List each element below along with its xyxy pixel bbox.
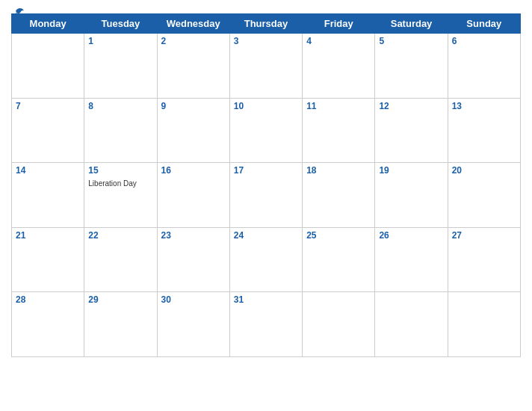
calendar-cell: 30 [157, 292, 229, 357]
weekday-header-wednesday: Wednesday [157, 14, 229, 34]
calendar-thead: MondayTuesdayWednesdayThursdayFridaySatu… [12, 14, 521, 34]
day-number: 16 [161, 165, 226, 176]
day-number: 12 [379, 101, 443, 111]
weekday-header-saturday: Saturday [375, 14, 448, 34]
day-number: 14 [16, 165, 80, 176]
day-number: 1 [88, 36, 152, 46]
calendar-cell: 29 [84, 292, 157, 357]
calendar-cell: 26 [375, 227, 448, 292]
day-number: 3 [234, 36, 298, 46]
calendar-cell: 4 [303, 34, 375, 99]
calendar-week-row: 1415Liberation Day1617181920 [12, 163, 521, 228]
calendar-cell: 13 [448, 98, 520, 163]
calendar-cell: 31 [229, 292, 302, 357]
calendar-cell: 27 [448, 227, 520, 292]
day-number: 19 [379, 165, 443, 176]
calendar-cell: 9 [157, 98, 229, 163]
day-number: 28 [16, 294, 80, 305]
calendar-cell [448, 292, 520, 357]
calendar-cell: 2 [157, 34, 229, 99]
day-number: 21 [16, 230, 80, 241]
day-number: 9 [161, 101, 226, 111]
day-number: 13 [452, 101, 516, 111]
calendar-cell: 28 [12, 292, 84, 357]
calendar-cell: 23 [157, 227, 229, 292]
day-number: 20 [452, 165, 516, 176]
day-number: 15 [88, 165, 152, 176]
calendar-week-row: 123456 [12, 34, 521, 99]
weekday-header-friday: Friday [303, 14, 375, 34]
calendar-cell: 20 [448, 163, 520, 228]
calendar-cell: 6 [448, 34, 520, 99]
calendar-body: 123456789101112131415Liberation Day16171… [12, 34, 521, 357]
weekday-header-row: MondayTuesdayWednesdayThursdayFridaySatu… [12, 14, 521, 34]
day-number: 5 [379, 36, 443, 46]
logo-blue-text [11, 7, 26, 18]
day-number: 30 [161, 294, 226, 305]
day-number: 26 [379, 230, 443, 241]
calendar-cell: 3 [229, 34, 302, 99]
calendar-cell [375, 292, 448, 357]
calendar-container: MondayTuesdayWednesdayThursdayFridaySatu… [0, 0, 532, 411]
calendar-cell: 14 [12, 163, 84, 228]
calendar-cell: 21 [12, 227, 84, 292]
calendar-cell: 15Liberation Day [84, 163, 157, 228]
day-number: 7 [16, 101, 80, 111]
calendar-cell [12, 34, 84, 99]
calendar-cell: 8 [84, 98, 157, 163]
calendar-cell [303, 292, 375, 357]
calendar-cell: 18 [303, 163, 375, 228]
day-number: 18 [306, 165, 371, 176]
calendar-cell: 22 [84, 227, 157, 292]
day-number: 23 [161, 230, 226, 241]
weekday-header-tuesday: Tuesday [84, 14, 157, 34]
calendar-week-row: 78910111213 [12, 98, 521, 163]
weekday-header-sunday: Sunday [448, 14, 520, 34]
day-number: 22 [88, 230, 152, 241]
calendar-cell: 16 [157, 163, 229, 228]
calendar-cell: 10 [229, 98, 302, 163]
calendar-table: MondayTuesdayWednesdayThursdayFridaySatu… [11, 13, 521, 357]
calendar-cell: 19 [375, 163, 448, 228]
day-number: 4 [306, 36, 371, 46]
day-number: 29 [88, 294, 152, 305]
day-number: 6 [452, 36, 516, 46]
day-number: 31 [234, 294, 298, 305]
calendar-week-row: 21222324252627 [12, 227, 521, 292]
calendar-cell: 12 [375, 98, 448, 163]
day-number: 25 [306, 230, 371, 241]
day-number: 27 [452, 230, 516, 241]
logo [11, 7, 26, 18]
day-number: 8 [88, 101, 152, 111]
calendar-cell: 7 [12, 98, 84, 163]
day-number: 11 [306, 101, 371, 111]
day-number: 17 [234, 165, 298, 176]
calendar-cell: 5 [375, 34, 448, 99]
calendar-cell: 1 [84, 34, 157, 99]
day-number: 2 [161, 36, 226, 46]
calendar-cell: 25 [303, 227, 375, 292]
day-number: 24 [234, 230, 298, 241]
weekday-header-thursday: Thursday [229, 14, 302, 34]
logo-bird-icon [11, 7, 25, 18]
calendar-cell: 17 [229, 163, 302, 228]
calendar-week-row: 28293031 [12, 292, 521, 357]
calendar-cell: 11 [303, 98, 375, 163]
calendar-cell: 24 [229, 227, 302, 292]
day-number: 10 [234, 101, 298, 111]
day-event-label: Liberation Day [88, 179, 136, 188]
